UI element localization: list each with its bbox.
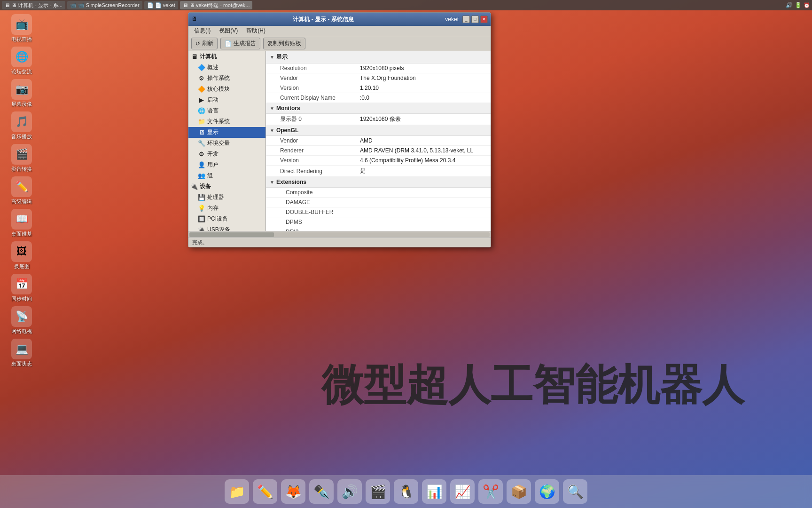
window-toolbar: ↺ 刷新 📄 生成报告 复制到剪贴板 (188, 36, 491, 51)
window-statusbar: 完成。 (188, 238, 491, 247)
desktop-icon-wiki[interactable]: 📖 桌面维基 (5, 209, 39, 238)
generate-report-button[interactable]: 📄 生成报告 (220, 38, 260, 49)
dock: 📁 ✏️ 🦊 ✒️ 🔊 🎬 🐧 📊 📈 ✂️ 📦 🌍 🔍 (0, 475, 812, 508)
dock-office[interactable]: 📈 (450, 479, 475, 504)
section-opengl[interactable]: ▼ OpenGL (266, 125, 491, 136)
dock-package[interactable]: 📦 (507, 479, 531, 504)
close-button[interactable]: ✕ (480, 16, 488, 23)
horizontal-scrollbar[interactable] (188, 231, 491, 238)
desktop-icon-record[interactable]: 📷 屏幕录像 (5, 79, 39, 108)
pci-icon: 🔲 (198, 215, 205, 223)
ext-dri2: DRI2 (266, 227, 491, 231)
taskbar-system-info[interactable]: 🖥 🖥 计算机 - 显示 - 系... (2, 1, 65, 9)
window-title: 计算机 - 显示 - 系统信息 (202, 16, 445, 24)
kernel-icon: 🔶 (198, 86, 205, 93)
section-monitors[interactable]: ▼ Monitors (266, 103, 491, 114)
menu-info[interactable]: 信息(I) (190, 26, 214, 36)
language-icon: 🌐 (198, 107, 205, 115)
desktop-icon-forum[interactable]: 🌐 论坛交流 (5, 47, 39, 75)
dock-linux[interactable]: 🐧 (394, 479, 418, 504)
memory-icon: 💡 (198, 205, 205, 212)
menu-view[interactable]: 视图(V) (215, 26, 242, 36)
env-icon: 🔧 (198, 140, 205, 147)
nav-os[interactable]: ⚙ 操作系统 (188, 73, 265, 84)
report-icon: 📄 (225, 40, 232, 47)
row-display-name: Current Display Name :0.0 (266, 93, 491, 103)
dock-search[interactable]: 🔍 (563, 479, 587, 504)
row-vendor: Vendor The X.Org Foundation (266, 73, 491, 83)
copy-clipboard-button[interactable]: 复制到剪贴板 (263, 38, 305, 49)
nav-memory[interactable]: 💡 内存 (188, 203, 265, 214)
scroll-thumb[interactable] (189, 232, 274, 237)
row-monitor0: 显示器 0 1920x1080 像素 (266, 114, 491, 125)
refresh-icon: ↺ (195, 40, 200, 47)
nav-kernel[interactable]: 🔶 核心模块 (188, 84, 265, 95)
dock-network[interactable]: 🌍 (535, 479, 559, 504)
filesystem-icon: 📁 (198, 118, 205, 126)
dock-filemanager[interactable]: 📁 (225, 479, 249, 504)
nav-pci[interactable]: 🔲 PCI设备 (188, 214, 265, 224)
nav-user[interactable]: 👤 用户 (188, 159, 265, 170)
section-extensions[interactable]: ▼ Extensions (266, 177, 491, 188)
dock-audio[interactable]: 🔊 (337, 479, 362, 504)
toggle-opengl: ▼ (270, 128, 274, 133)
dock-chart[interactable]: 📊 (422, 479, 446, 504)
detail-panel: ▼ 显示 Resolution 1920x1080 pixels Vendor … (266, 51, 491, 231)
nav-env[interactable]: 🔧 环境变量 (188, 138, 265, 149)
os-icon: ⚙ (198, 75, 205, 82)
dock-texteditor[interactable]: ✏️ (253, 479, 277, 504)
section-display[interactable]: ▼ 显示 (266, 51, 491, 64)
window-icon: 🖥 (191, 16, 199, 23)
taskbar-screenrecorder[interactable]: 📹 📹 SimpleScreenRecorder (67, 1, 142, 9)
dock-browser[interactable]: 🦊 (281, 479, 305, 504)
desktop-icon-list: 📺 电视直播 🌐 论坛交流 📷 屏幕录像 🎵 音乐播放 🎬 影音转换 ✏️ 高级… (5, 14, 39, 367)
menu-help[interactable]: 帮助(H) (242, 26, 269, 36)
window-title-right: veket (445, 16, 459, 23)
overview-icon: 🔷 (198, 64, 205, 71)
nav-usb[interactable]: 🔌 USB设备 (188, 224, 265, 231)
desktop-icon-video[interactable]: 🎬 影音转换 (5, 144, 39, 173)
row-gl-direct: Direct Rendering 是 (266, 166, 491, 177)
taskbar-veket[interactable]: 📄 📄 veket (144, 1, 178, 9)
desktop-icon-nettv[interactable]: 📡 网络电视 (5, 306, 39, 335)
refresh-button[interactable]: ↺ 刷新 (191, 38, 218, 49)
nav-processor[interactable]: 💾 处理器 (188, 192, 265, 203)
taskbar-right: 🔊 🔋 ⏰ (786, 2, 810, 8)
nav-language[interactable]: 🌐 语言 (188, 105, 265, 116)
nav-panel: 🖥 计算机 🔷 概述 ⚙ 操作系统 🔶 核心模块 ▶ 启动 (188, 51, 266, 231)
nav-group[interactable]: 👥 组 (188, 170, 265, 181)
scroll-track (189, 232, 490, 237)
dock-scissors[interactable]: ✂️ (478, 479, 503, 504)
ext-damage: DAMAGE (266, 198, 491, 207)
nav-overview[interactable]: 🔷 概述 (188, 62, 265, 73)
nav-display[interactable]: 🖥 显示 (188, 127, 265, 138)
watermark-text: 微型超人工智能机器人 (321, 357, 744, 414)
desktop-icon-wallpaper[interactable]: 🖼 换底图 (5, 241, 39, 270)
nav-filesystem[interactable]: 📁 文件系统 (188, 116, 265, 127)
desktop-icon-synctime[interactable]: 📅 同步时间 (5, 274, 39, 302)
desktop-icon-tv[interactable]: 📺 电视直播 (5, 14, 39, 43)
nav-devices[interactable]: 🔌 设备 (188, 181, 265, 192)
desktop-icon-music[interactable]: 🎵 音乐播放 (5, 111, 39, 140)
computer-icon: 🖥 (190, 53, 198, 61)
desktop-icon-status[interactable]: 💻 桌面状态 (5, 339, 39, 367)
usb-icon: 🔌 (198, 226, 205, 231)
toggle-extensions: ▼ (270, 180, 274, 185)
window-controls: _ □ ✕ (462, 16, 488, 23)
nav-boot[interactable]: ▶ 启动 (188, 95, 265, 105)
window-titlebar[interactable]: 🖥 计算机 - 显示 - 系统信息 veket _ □ ✕ (188, 13, 491, 26)
maximize-button[interactable]: □ (471, 16, 479, 23)
minimize-button[interactable]: _ (462, 16, 470, 23)
dock-pen[interactable]: ✒️ (309, 479, 334, 504)
nav-dev[interactable]: ⚙ 开发 (188, 149, 265, 159)
row-gl-vendor: Vendor AMD (266, 136, 491, 146)
row-resolution: Resolution 1920x1080 pixels (266, 64, 491, 73)
taskbar-terminal[interactable]: 🖥 🖥 veket终端 - root@vek... (180, 1, 253, 9)
dock-video[interactable]: 🎬 (366, 479, 390, 504)
desktop-icon-edit[interactable]: ✏️ 高级编辑 (5, 176, 39, 205)
nav-computer[interactable]: 🖥 计算机 (188, 51, 265, 62)
devices-icon: 🔌 (190, 183, 198, 190)
user-icon: 👤 (198, 161, 205, 169)
toggle-display: ▼ (270, 55, 274, 60)
display-icon: 🖥 (198, 129, 205, 136)
